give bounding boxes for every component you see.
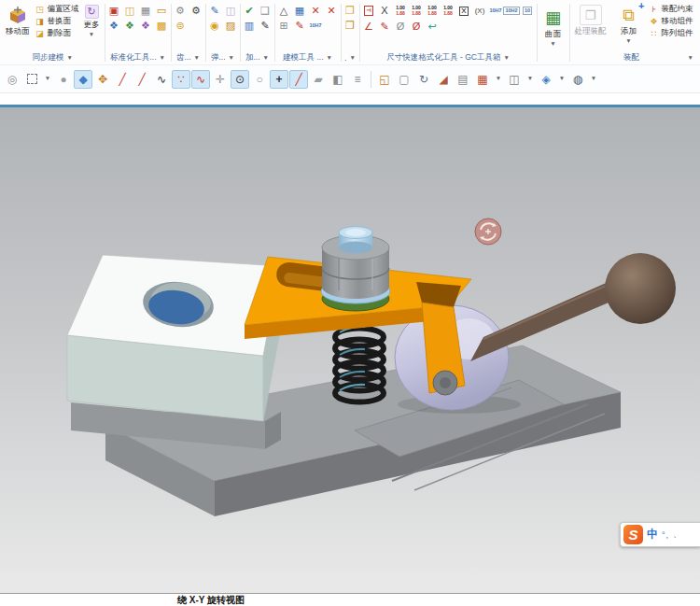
form-tool-icon[interactable]: ⊞ (277, 19, 291, 33)
spring[interactable] (335, 327, 384, 402)
grid-dropdown-caret[interactable]: ▼ (493, 70, 504, 89)
section-dropdown-caret[interactable]: ▼ (525, 70, 536, 89)
dim-paren-x-icon[interactable]: (X) (473, 4, 487, 18)
sogou-logo-icon[interactable]: S (623, 525, 643, 544)
assembly-constraints-button[interactable]: ⊦ 装配约束 (649, 4, 693, 15)
lock-tool-icon[interactable]: ▩ (155, 19, 169, 33)
delete-face-button[interactable]: ◪ 删除面 (35, 28, 79, 39)
dim-angle-icon[interactable]: ∠ (362, 20, 376, 34)
sketch-pen-tool-icon[interactable]: ✎ (259, 19, 273, 33)
snap-body-icon[interactable]: ◧ (329, 70, 347, 89)
snap-sphere-icon[interactable]: ● (54, 70, 73, 89)
check-green-tool-icon[interactable]: ✔ (243, 4, 257, 18)
triangle-tool-icon[interactable]: △ (277, 4, 291, 18)
group-footer-assembly[interactable]: 装配 ▼ (570, 51, 700, 64)
snap-circle-icon[interactable]: ○ (250, 70, 269, 89)
group-footer-machining[interactable]: 加... ▼ (241, 51, 274, 64)
view-dropdown-caret[interactable]: ▼ (556, 70, 567, 89)
group-footer-gear[interactable]: 齿... ▼ (172, 51, 205, 64)
snap-endpoint-icon[interactable]: ╱ (113, 70, 132, 89)
snap-arc-center-icon[interactable]: ⊙ (231, 70, 249, 89)
rotate-view-icon[interactable]: ↻ (414, 70, 433, 89)
hex-nut-stack[interactable] (321, 227, 390, 312)
snap-angled-line-icon[interactable]: ╱ (289, 70, 308, 89)
group-footer-sync[interactable]: 同步建模 ▼ (1, 51, 105, 64)
more-button[interactable]: ↻ 更多 ▼ (81, 4, 103, 39)
snap-intersection-icon[interactable]: + (270, 70, 288, 89)
dim-diameter-icon[interactable]: Ø (394, 20, 408, 34)
view-orientation-icon[interactable]: ◈ (537, 70, 555, 89)
pen-blue-tool-icon[interactable]: ✎ (208, 4, 222, 18)
section-icon[interactable]: ◫ (505, 70, 524, 89)
snap-midpoint-icon[interactable]: ╱ (133, 70, 151, 89)
gear-edit-tool-icon[interactable]: ⚙ (189, 4, 203, 18)
snap-move-handles-icon[interactable]: ✥ (93, 70, 112, 89)
delete-red-tool-icon[interactable]: ✕ (309, 4, 323, 18)
render-dropdown-caret[interactable]: ▼ (588, 70, 599, 89)
drum-tool-icon[interactable]: ◫ (123, 4, 137, 18)
dim-diameter-slash-icon[interactable]: Ø (410, 20, 424, 34)
selection-filter-icon[interactable]: ◎ (3, 70, 21, 89)
mail-tool-icon[interactable]: ▭ (155, 4, 169, 18)
dim-boxed-x-icon[interactable]: X (457, 4, 471, 18)
marquee-dropdown-caret[interactable]: ▼ (42, 70, 53, 89)
dim-pen-icon[interactable]: ✎ (378, 20, 392, 34)
ring-gold-tool-icon[interactable]: ◉ (208, 19, 222, 33)
zoom-window-icon[interactable]: ◱ (375, 70, 394, 89)
dim-undo-icon[interactable]: ↩ (426, 20, 440, 34)
weld-pen-tool-icon[interactable]: ✎ (293, 19, 307, 33)
gear-tool-icon[interactable]: ⚙ (174, 4, 188, 18)
stamp-tool-icon[interactable]: ▨ (224, 19, 238, 33)
ime-symbol-icon[interactable]: 、 (673, 528, 682, 541)
group-footer-misc[interactable]: . ▼ (342, 51, 359, 64)
dim-tolerance2-icon[interactable]: 1.001.88 (410, 6, 424, 17)
capture-window-icon[interactable]: ▢ (395, 70, 413, 89)
snap-cube-icon[interactable]: ◆ (74, 70, 92, 89)
photo-tool-icon[interactable]: ▥ (243, 19, 257, 33)
erase-icon[interactable]: ◢ (434, 70, 453, 89)
graphics-viewport[interactable]: S 中 °, 、 (0, 107, 700, 593)
dim-h2-icon[interactable]: 10H2 (505, 4, 519, 18)
group-footer-modeling[interactable]: 建模工具 ... ▼ (275, 51, 341, 64)
gold-box-tool-icon[interactable]: ❒ (343, 4, 357, 18)
pattern-component-button[interactable]: ∷ 阵列组件 (649, 28, 693, 39)
fit-badge-tool-icon[interactable]: 10H7 (309, 19, 323, 33)
dim-tolerance4-icon[interactable]: 1.001.88 (441, 6, 455, 17)
surface-button[interactable]: ▦ 曲面 ▼ (539, 7, 567, 49)
snap-face-icon[interactable]: ▰ (309, 70, 328, 89)
ime-toolbar[interactable]: S 中 °, 、 (620, 522, 700, 547)
dim-10-icon[interactable]: 10 (521, 4, 535, 18)
group-footer-standard[interactable]: 标准化工具... ▼ (105, 51, 171, 64)
plant-green-tool-icon[interactable]: ❖ (123, 19, 137, 33)
card-tool-icon[interactable]: ◫ (224, 4, 238, 18)
render-style-icon[interactable]: ◍ (568, 70, 587, 89)
grid-icon[interactable]: ▦ (473, 70, 492, 89)
dim-h7-icon[interactable]: 10H7 (489, 4, 503, 18)
dim-tolerance3-icon[interactable]: 1.001.88 (426, 6, 440, 17)
ime-punctuation-icon[interactable]: °, (662, 530, 669, 540)
move-component-button[interactable]: ❖ 移动组件 (649, 16, 693, 27)
snap-point-on-curve-icon[interactable]: ∵ (172, 70, 190, 89)
gear-box-tool-icon[interactable]: ⊜ (174, 19, 188, 33)
snap-quadrant-icon[interactable]: ✛ (211, 70, 230, 89)
dim-x-icon[interactable]: X (378, 4, 392, 18)
export-view-icon[interactable]: ▤ (454, 70, 472, 89)
dim-tolerance-icon[interactable]: 1.001.88 (394, 6, 408, 17)
group-footer-spring[interactable]: 弹... ▼ (206, 51, 240, 64)
ime-language-mode[interactable]: 中 (647, 527, 658, 543)
move-face-button[interactable]: 移动面 (3, 4, 33, 38)
table-tool-icon[interactable]: ▦ (293, 4, 307, 18)
snap-layers-icon[interactable]: ≡ (348, 70, 367, 89)
marquee-select-icon[interactable] (22, 70, 41, 89)
gold-box2-tool-icon[interactable]: ❒ (343, 19, 357, 33)
snap-spline-icon[interactable]: ∿ (191, 70, 210, 89)
offset-region-button[interactable]: ◳ 偏置区域 (35, 4, 79, 15)
plant-purple-tool-icon[interactable]: ❖ (139, 19, 153, 33)
group-footer-dim[interactable]: 尺寸快速格式化工具 - GC工具箱 ▼ (360, 51, 537, 64)
add-component-button[interactable]: ⧉+ 添加 ▼ (615, 4, 643, 46)
dim-style-icon[interactable]: ⊣ (362, 4, 376, 18)
delete-red2-tool-icon[interactable]: ✕ (325, 4, 339, 18)
ball-knob[interactable] (605, 253, 676, 324)
puzzle-tool-icon[interactable]: ❑ (259, 4, 273, 18)
cabinet-tool-icon[interactable]: ▦ (139, 4, 153, 18)
